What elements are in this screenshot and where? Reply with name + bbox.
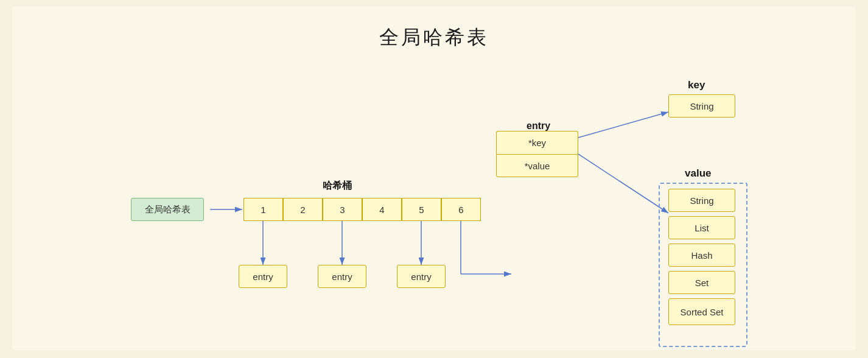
key-string-box: String [668, 94, 735, 118]
global-hashtable-box: 全局哈希表 [131, 198, 204, 221]
value-set-box: Set [668, 271, 735, 294]
value-hash-box: Hash [668, 244, 735, 267]
svg-line-8 [578, 112, 668, 138]
bucket-1: 1 [243, 198, 283, 221]
entry-detail-box: *key *value [496, 131, 578, 177]
entry-box-1: entry [239, 265, 287, 288]
key-section-label: key [688, 79, 705, 91]
value-section-label: value [685, 167, 711, 180]
bucket-5: 5 [402, 198, 441, 221]
value-string-box: String [668, 189, 735, 212]
hash-buckets-label: 哈希桶 [323, 180, 352, 192]
bucket-2: 2 [283, 198, 323, 221]
entry-box-3: entry [397, 265, 446, 288]
main-container: 全局哈希表 [12, 6, 856, 350]
bucket-row: 1 2 3 4 5 6 [243, 198, 481, 221]
value-list-box: List [668, 216, 735, 239]
bucket-3: 3 [323, 198, 362, 221]
entry-detail-label: entry [527, 121, 550, 132]
value-sorted-set-box: Sorted Set [668, 298, 735, 325]
entry-box-2: entry [318, 265, 366, 288]
bucket-4: 4 [362, 198, 402, 221]
entry-key-ptr: *key [496, 131, 578, 154]
page-title: 全局哈希表 [12, 6, 856, 51]
bucket-6: 6 [441, 198, 481, 221]
svg-line-9 [578, 154, 668, 213]
entry-value-ptr: *value [496, 154, 578, 177]
